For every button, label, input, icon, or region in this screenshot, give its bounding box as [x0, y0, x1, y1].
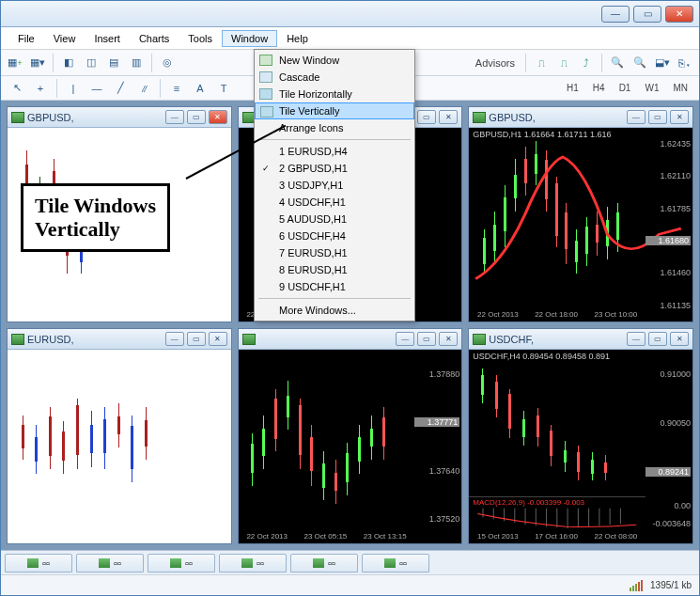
close-button[interactable]: ✕ [670, 110, 689, 124]
chart-window-usdchf[interactable]: USDCHF, — ▭ ✕ USDCHF,H4 0.89454 0.89458 … [468, 328, 693, 544]
menu-insert[interactable]: Insert [85, 30, 130, 47]
chart-canvas[interactable] [8, 350, 231, 543]
zoom-in-icon[interactable]: 🔍 [607, 53, 628, 73]
expert-advisors-label[interactable]: Advisors [470, 57, 521, 69]
close-button[interactable]: ✕ [670, 332, 689, 346]
time-axis: 15 Oct 201317 Oct 16:0022 Oct 08:00 [469, 532, 646, 543]
new-chart-icon[interactable]: ▦+ [5, 53, 25, 73]
tf-mn[interactable]: MN [667, 81, 693, 95]
menu-more-windows[interactable]: More Windows... [255, 302, 414, 319]
min-button[interactable]: — [627, 332, 646, 346]
restore-button[interactable]: ▭ [417, 332, 436, 346]
menu-window-3[interactable]: 3 USDJPY,H1 [255, 177, 414, 194]
chart-canvas[interactable]: GBPUSD,H1 1.61664 1.61711 1.616 [469, 128, 692, 322]
menu-new-window[interactable]: New Window [255, 52, 414, 69]
chart-type-icon[interactable]: ⬓▾ [652, 53, 673, 73]
tf-h4[interactable]: H4 [587, 81, 611, 95]
chart-title: GBPUSD, [489, 112, 624, 123]
market-watch-icon[interactable]: ◧ [58, 53, 79, 73]
fibo-icon[interactable]: ≡ [166, 78, 187, 99]
menu-window-1[interactable]: 1 EURUSD,H4 [255, 143, 414, 160]
terminal-icon[interactable]: ▤ [103, 53, 124, 73]
restore-button[interactable]: ▭ [648, 332, 667, 346]
window-menu-dropdown: New Window Cascade Tile Horizontally Til… [254, 49, 415, 322]
menu-cascade[interactable]: Cascade [255, 69, 414, 86]
chart-tab[interactable]: ▫▫ [148, 554, 215, 572]
minimize-button[interactable]: — [601, 6, 630, 23]
chart-title: USDCHF, [489, 334, 624, 345]
tabs-icon: ▫▫ [42, 557, 50, 569]
menu-window-2[interactable]: ✓2 GBPUSD,H1 [255, 160, 414, 177]
menu-window-5[interactable]: 5 AUDUSD,H1 [255, 211, 414, 227]
restore-button[interactable]: ▭ [417, 110, 436, 124]
min-button[interactable]: — [165, 332, 184, 346]
chart-icon [473, 334, 486, 345]
navigator-icon[interactable]: ◫ [81, 53, 101, 73]
chart-icon [27, 558, 39, 568]
maximize-button[interactable]: ▭ [633, 6, 661, 23]
menu-charts[interactable]: Charts [130, 30, 179, 47]
price-axis: 1.37880 1.37771 1.37640 1.37520 [414, 350, 461, 543]
tf-d1[interactable]: D1 [614, 81, 637, 95]
indicator2-icon[interactable]: ⎍ [553, 53, 574, 73]
chart-tab[interactable]: ▫▫ [76, 554, 144, 572]
menu-tile-horizontally[interactable]: Tile Horizontally [255, 86, 414, 102]
chart-tab[interactable]: ▫▫ [5, 554, 72, 572]
templates-icon[interactable]: ⎘▾ [675, 53, 695, 73]
new-order-icon[interactable]: ◎ [157, 53, 178, 73]
menu-window-4[interactable]: 4 USDCHF,H1 [255, 194, 414, 211]
check-icon: ✓ [262, 164, 270, 173]
menu-help[interactable]: Help [277, 30, 318, 47]
tf-h1[interactable]: H1 [561, 81, 584, 95]
close-button[interactable]: ✕ [665, 6, 693, 23]
trendline-icon[interactable]: ╱ [110, 78, 131, 99]
menu-window-9[interactable]: 9 USDCHF,H1 [255, 278, 414, 295]
min-button[interactable]: — [165, 110, 184, 124]
chart-window-hidden-2[interactable]: — ▭ ✕ [238, 328, 463, 544]
chart-window-eurusd-white[interactable]: EURUSD, — ▭ ✕ [7, 328, 232, 544]
restore-button[interactable]: ▭ [187, 332, 206, 346]
channel-icon[interactable]: ⫽ [133, 78, 154, 99]
tester-icon[interactable]: ▥ [126, 53, 147, 73]
menu-window-7[interactable]: 7 EURUSD,H1 [255, 244, 414, 261]
chart-canvas[interactable]: 1.37880 1.37771 1.37640 1.37520 22 Oct 2… [239, 350, 462, 543]
profiles-icon[interactable]: ▦▾ [27, 53, 48, 73]
restore-button[interactable]: ▭ [648, 110, 667, 124]
tf-w1[interactable]: W1 [639, 81, 664, 95]
cursor-icon[interactable]: ↖ [7, 78, 27, 99]
label-icon[interactable]: T [213, 78, 234, 99]
crosshair-icon[interactable]: + [30, 78, 51, 99]
hline-icon[interactable]: — [86, 78, 107, 99]
close-button[interactable]: ✕ [439, 332, 458, 346]
chart-canvas[interactable]: USDCHF,H4 0.89454 0.89458 0.891 MACD(12,… [469, 350, 692, 543]
menu-view[interactable]: View [44, 30, 86, 47]
chart-tab[interactable]: ▫▫ [219, 554, 287, 572]
connection-status: 1395/1 kb [650, 580, 692, 590]
close-button[interactable]: ✕ [439, 110, 458, 124]
close-button[interactable]: ✕ [209, 332, 227, 346]
vline-icon[interactable]: | [63, 78, 84, 99]
menu-separator [258, 139, 411, 140]
zoom-out-icon[interactable]: 🔍 [630, 53, 650, 73]
text-icon[interactable]: A [190, 78, 210, 99]
menu-tools[interactable]: Tools [179, 30, 222, 47]
close-button[interactable]: ✕ [209, 110, 227, 124]
chart-icon [242, 334, 256, 345]
restore-button[interactable]: ▭ [187, 110, 206, 124]
indicator3-icon[interactable]: ⤴ [576, 53, 597, 73]
indicator1-icon[interactable]: ⎍ [531, 53, 552, 73]
min-button[interactable]: — [627, 110, 646, 124]
chart-tab[interactable]: ▫▫ [290, 554, 358, 572]
callout-text-1: Tile Windows [35, 194, 156, 217]
menu-window-6[interactable]: 6 USDCHF,H4 [255, 227, 414, 244]
annotation-callout: Tile Windows Vertically [21, 183, 170, 252]
titlebar: — ▭ ✕ [1, 1, 699, 27]
menu-window-8[interactable]: 8 EURUSD,H1 [255, 261, 414, 278]
menu-window[interactable]: Window [222, 30, 277, 47]
menu-file[interactable]: File [8, 30, 44, 47]
menu-tile-vertically[interactable]: Tile Vertically [255, 102, 414, 119]
tabs-icon: ▫▫ [257, 557, 264, 569]
min-button[interactable]: — [396, 332, 414, 346]
chart-window-gbpusd-black[interactable]: GBPUSD, — ▭ ✕ GBPUSD,H1 1.61664 1.61711 … [468, 106, 693, 322]
chart-tab[interactable]: ▫▫ [362, 554, 429, 572]
